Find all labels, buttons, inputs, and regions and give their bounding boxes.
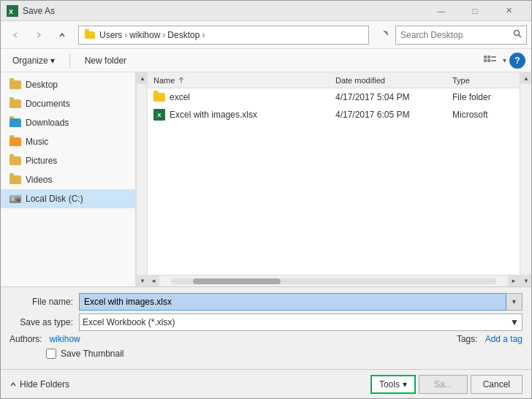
savetype-dropdown[interactable]: Excel Workbook (*.xlsx) ▼ <box>79 314 522 331</box>
address-path[interactable]: Users › wikihow › Desktop › <box>78 26 369 45</box>
search-input[interactable] <box>400 30 513 40</box>
pictures-icon <box>10 155 21 167</box>
footer: Hide Folders Tools ▾ Sa... Cancel <box>1 369 531 398</box>
file-type-xlsx: Microsoft <box>446 110 520 120</box>
file-date-excel: 4/17/2017 5:04 PM <box>330 92 446 102</box>
hide-folders-button[interactable]: Hide Folders <box>10 379 69 390</box>
save-label: Sa... <box>434 379 452 390</box>
footer-buttons: Tools ▾ Sa... Cancel <box>370 375 522 394</box>
hide-folders-label: Hide Folders <box>20 379 69 390</box>
vscroll-down-button[interactable]: ▼ <box>520 275 531 286</box>
sidebar-item-localdisk[interactable]: Local Disk (C:) <box>1 189 135 208</box>
vscroll-up-button[interactable]: ▲ <box>520 72 531 84</box>
sidebar-item-pictures[interactable]: Pictures <box>1 151 135 170</box>
savetype-row: Save as type: Excel Workbook (*.xlsx) ▼ <box>10 314 522 331</box>
svg-rect-11 <box>11 197 15 201</box>
bottom-form: File name: ▼ Save as type: Excel Workboo… <box>1 286 531 369</box>
svg-rect-6 <box>484 59 487 62</box>
sidebar-item-videos[interactable]: Videos <box>1 170 135 189</box>
save-button[interactable]: Sa... <box>419 375 468 394</box>
documents-icon <box>10 98 21 110</box>
filelist-body: excel 4/17/2017 5:04 PM File folder X Ex… <box>148 88 520 275</box>
close-button[interactable]: ✕ <box>492 1 525 21</box>
sidebar-item-label-downloads: Downloads <box>26 118 69 128</box>
new-folder-label: New folder <box>85 56 126 66</box>
table-row[interactable]: excel 4/17/2017 5:04 PM File folder <box>148 88 520 106</box>
sidebar-item-downloads[interactable]: Downloads <box>1 113 135 132</box>
search-button[interactable] <box>513 29 522 40</box>
tags-value[interactable]: Add a tag <box>485 334 522 344</box>
sidebar-scroll-down[interactable]: ▼ <box>137 275 148 286</box>
table-row[interactable]: X Excel with images.xlsx 4/17/2017 6:05 … <box>148 106 520 123</box>
refresh-button[interactable] <box>375 26 392 45</box>
hscroll-thumb[interactable] <box>193 278 281 284</box>
sidebar-item-label-pictures: Pictures <box>26 156 57 166</box>
forward-button[interactable] <box>28 26 49 45</box>
path-folder-icon <box>85 31 95 39</box>
toolbar: Organize ▾ New folder ▾ ? <box>1 49 531 72</box>
window-title: Save As <box>23 6 425 16</box>
hscroll-left[interactable]: ◄ <box>148 276 159 287</box>
thumbnail-label[interactable]: Save Thumbnail <box>61 349 124 359</box>
file-date-xlsx: 4/17/2017 6:05 PM <box>330 110 446 120</box>
hscroll-right[interactable]: ► <box>508 276 520 287</box>
filename-input[interactable] <box>79 293 506 311</box>
sidebar-item-label-localdisk: Local Disk (C:) <box>26 194 83 204</box>
col-header-name[interactable]: Name <box>148 76 330 85</box>
authors-value[interactable]: wikihow <box>50 334 80 344</box>
filename-dropdown-arrow: ▼ <box>511 298 517 305</box>
sidebar-item-label-videos: Videos <box>26 175 52 185</box>
svg-rect-7 <box>487 59 490 62</box>
search-box[interactable] <box>395 26 527 45</box>
thumbnail-checkbox[interactable] <box>46 349 56 359</box>
organize-label: Organize <box>12 56 48 66</box>
svg-rect-8 <box>491 56 496 58</box>
sidebar-item-music[interactable]: Music <box>1 132 135 151</box>
hscroll-track <box>171 278 496 284</box>
new-folder-button[interactable]: New folder <box>79 53 132 69</box>
file-type-excel: File folder <box>446 92 520 102</box>
tools-button[interactable]: Tools ▾ <box>370 375 416 394</box>
col-header-type[interactable]: Type <box>446 76 520 85</box>
maximize-button[interactable]: □ <box>458 1 492 21</box>
svg-rect-4 <box>484 56 487 58</box>
file-name-excel: excel <box>148 92 330 102</box>
filename-dropdown-btn[interactable]: ▼ <box>506 293 522 311</box>
sidebar-scroll-up[interactable]: ▲ <box>137 72 148 84</box>
downloads-icon <box>10 117 21 129</box>
organize-button[interactable]: Organize ▾ <box>7 53 61 69</box>
tags-label: Tags: <box>457 334 481 344</box>
minimize-button[interactable]: — <box>425 1 458 21</box>
sidebar-item-documents[interactable]: Documents <box>1 94 135 113</box>
filelist-header: Name Date modified Type <box>148 72 520 88</box>
horizontal-scrollbar[interactable]: ◄ ► <box>148 275 520 286</box>
path-users: Users <box>99 30 122 40</box>
col-header-date[interactable]: Date modified <box>330 76 446 85</box>
help-label: ? <box>514 56 520 66</box>
sidebar-item-desktop[interactable]: Desktop <box>1 75 135 94</box>
file-name-xlsx: X Excel with images.xlsx <box>148 109 330 121</box>
view-toggle-button[interactable] <box>481 53 500 69</box>
thumbnail-row: Save Thumbnail <box>46 349 522 359</box>
app-icon: X <box>7 5 18 17</box>
titlebar: X Save As — □ ✕ <box>1 1 531 21</box>
path-wikihow: wikihow <box>129 30 160 40</box>
view-arrow: ▾ <box>503 56 506 64</box>
svg-rect-5 <box>487 56 490 58</box>
localdisk-icon <box>10 193 21 205</box>
authors-label: Authors: <box>10 334 45 344</box>
svg-text:X: X <box>9 8 13 15</box>
cancel-button[interactable]: Cancel <box>471 375 522 394</box>
toolbar-separator <box>69 54 70 67</box>
window-controls: — □ ✕ <box>425 1 525 21</box>
svg-rect-9 <box>491 60 496 61</box>
back-button[interactable] <box>5 26 26 45</box>
tools-label: Tools <box>379 379 400 390</box>
filename-label: File name: <box>10 297 79 307</box>
sidebar: Desktop Documents Downloads Music <box>1 72 136 286</box>
meta-row: Authors: wikihow Tags: Add a tag <box>10 334 522 344</box>
up-button[interactable] <box>52 26 72 45</box>
help-button[interactable]: ? <box>509 53 525 69</box>
desktop-icon <box>10 79 21 91</box>
tags-section: Tags: Add a tag <box>457 334 522 344</box>
